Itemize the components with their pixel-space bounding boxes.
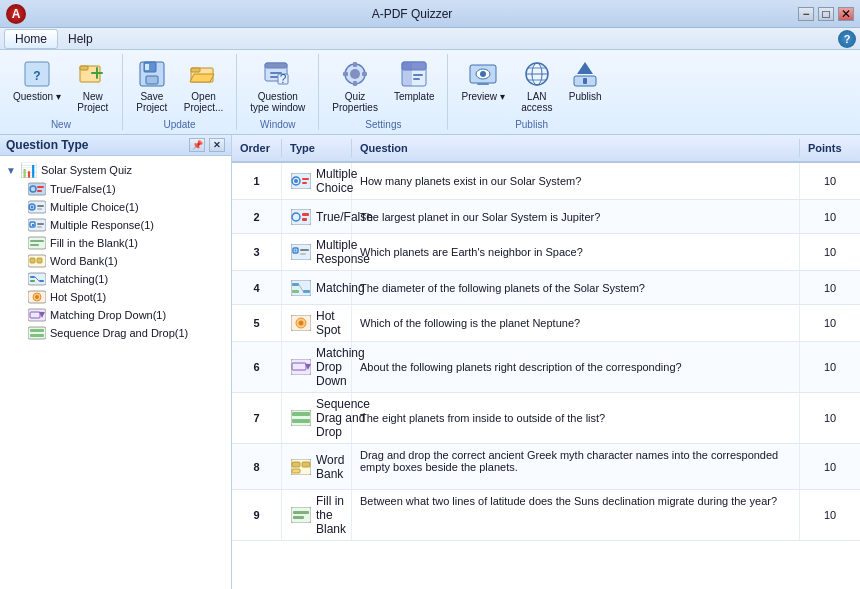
quiz-properties-button[interactable]: QuizProperties [325,54,385,117]
template-label: Template [394,91,435,102]
tree-item-mr[interactable]: Multiple Response(1) [0,216,231,234]
question-type-window-button[interactable]: ? Questiontype window [243,54,312,117]
svg-rect-92 [303,290,310,293]
tree-item-word[interactable]: Word Bank(1) [0,252,231,270]
tree-item-mdd[interactable]: ▾ Matching Drop Down(1) [0,306,231,324]
tree-item-mc[interactable]: Multiple Choice(1) [0,198,231,216]
svg-rect-60 [37,258,42,263]
lan-access-icon [521,58,553,90]
help-icon[interactable]: ? [838,30,856,48]
col-header-points: Points [800,139,860,157]
svg-rect-105 [302,462,310,467]
new-project-label: NewProject [77,91,108,113]
svg-rect-90 [292,283,299,286]
tree-root-label: Solar System Quiz [41,164,132,176]
type-icon-fill [290,506,312,524]
col-header-question: Question [352,139,800,157]
cell-type-3: Multiple Response [282,234,352,270]
publish-button[interactable]: Publish [562,54,609,117]
svg-rect-72 [28,327,46,339]
svg-rect-65 [30,280,35,282]
publish-label: Publish [569,91,602,102]
save-icon [136,58,168,90]
svg-rect-93 [292,290,299,293]
svg-rect-56 [30,240,44,242]
save-project-button[interactable]: SaveProject [129,54,175,117]
table-row[interactable]: 3 Multiple Response Which planets are Ea… [232,234,860,271]
tree-icon-hot [28,290,46,304]
lan-access-button[interactable]: LANaccess [514,54,560,117]
svg-rect-11 [191,68,200,72]
cell-question-8: Drag and drop the correct ancient Greek … [352,444,800,489]
svg-rect-108 [293,511,309,514]
svg-rect-40 [583,78,587,84]
svg-rect-13 [265,63,287,68]
svg-rect-15 [270,76,278,78]
menu-help[interactable]: Help [58,30,103,48]
template-button[interactable]: Template [387,54,442,117]
app-logo: A [6,4,26,24]
table-row[interactable]: 2 True/False The largest planet in our S… [232,200,860,234]
cell-order-7: 7 [232,393,282,443]
preview-button[interactable]: Preview ▾ [454,54,511,117]
minimize-button[interactable]: − [798,7,814,21]
svg-marker-39 [577,62,593,74]
table-header: Order Type Question Points [232,135,860,163]
publish-icon [569,58,601,90]
table-row[interactable]: 8 Word Bank Drag and drop the correct an… [232,444,860,490]
type-icon-mc [290,172,312,190]
panel-header: Question Type 📌 ✕ [0,135,231,156]
svg-rect-53 [37,223,44,225]
toolbar-group-publish: Preview ▾ LANaccess [448,54,614,130]
svg-rect-74 [30,334,44,337]
lan-access-label: LANaccess [521,91,552,113]
table-row[interactable]: 1 Multiple Choice How many planets exist… [232,163,860,200]
tree-item-seq[interactable]: Sequence Drag and Drop(1) [0,324,231,342]
cell-type-8: Word Bank [282,444,352,489]
table-row[interactable]: 7 Sequence Drag and Drop The eight plane… [232,393,860,444]
tree-item-hot[interactable]: Hot Spot(1) [0,288,231,306]
table-row[interactable]: 5 Hot Spot Which of the following is the… [232,305,860,342]
tree-item-match[interactable]: Matching(1) [0,270,231,288]
svg-rect-44 [37,190,42,192]
cell-points-1: 10 [800,163,860,199]
svg-rect-64 [39,280,44,282]
svg-point-19 [350,69,360,79]
toolbar-group-new-label: New [6,119,116,130]
cell-question-1: How many planets exist in our Solar Syst… [352,163,800,199]
panel-header-icons: 📌 ✕ [189,138,225,152]
open-project-button[interactable]: OpenProject... [177,54,230,117]
maximize-button[interactable]: □ [818,7,834,21]
svg-point-31 [480,71,486,77]
close-button[interactable]: ✕ [838,7,854,21]
question-button[interactable]: ? Question ▾ [6,54,68,117]
tree-icon-mdd: ▾ [28,308,46,322]
cell-order-1: 1 [232,163,282,199]
tree-icon-match [28,272,46,286]
svg-rect-26 [402,62,412,86]
tree-item-tf[interactable]: True/False(1) [0,180,231,198]
tree-root[interactable]: ▼ 📊 Solar System Quiz [0,160,231,180]
svg-rect-82 [302,213,309,216]
svg-rect-20 [353,62,357,67]
toolbar: ? Question ▾ NewProject New [0,50,860,135]
toolbar-group-settings: QuizProperties Template Settings [319,54,448,130]
svg-rect-59 [30,258,35,263]
menu-home[interactable]: Home [4,29,58,49]
svg-rect-104 [292,462,300,467]
table-row[interactable]: 4 Matching The diameter of the following… [232,271,860,305]
panel-pin-button[interactable]: 📌 [189,138,205,152]
new-project-icon [77,58,109,90]
table-row[interactable]: 9 Fill in the Blank Between what two lin… [232,490,860,541]
type-icon-seq [290,409,312,427]
new-project-button[interactable]: NewProject [70,54,116,117]
table-row[interactable]: 6 ▾ Matching Drop Down About the followi… [232,342,860,393]
toolbar-group-new: ? Question ▾ NewProject New [0,54,123,130]
tree-item-fill[interactable]: Fill in the Blank(1) [0,234,231,252]
cell-order-6: 6 [232,342,282,392]
panel-close-button[interactable]: ✕ [209,138,225,152]
app-title: A-PDF Quizzer [26,7,798,21]
tree-expand-arrow: ▼ [6,165,16,176]
left-panel: Question Type 📌 ✕ ▼ 📊 Solar System Quiz … [0,135,232,589]
cell-order-8: 8 [232,444,282,489]
